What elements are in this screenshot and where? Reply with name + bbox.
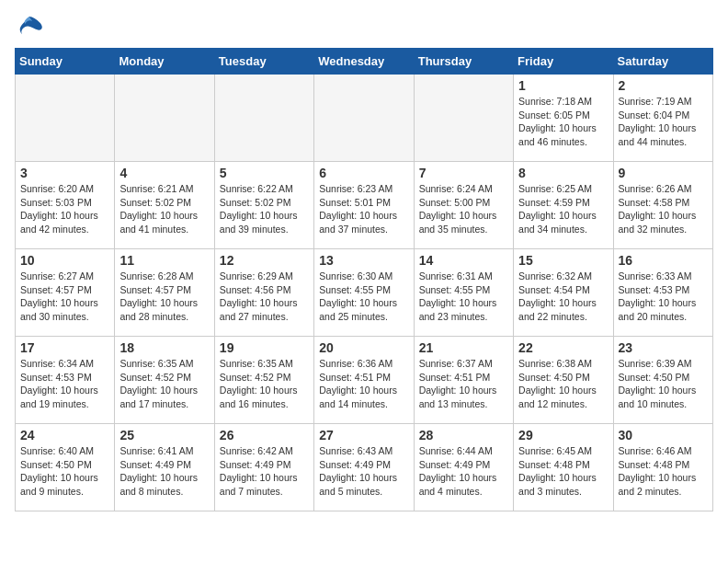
calendar-cell: 29Sunrise: 6:45 AM Sunset: 4:48 PM Dayli… xyxy=(514,424,613,511)
day-number: 22 xyxy=(518,340,608,355)
day-number: 27 xyxy=(319,428,408,442)
day-number: 2 xyxy=(619,78,708,93)
day-info: Sunrise: 6:35 AM Sunset: 4:52 PM Dayligh… xyxy=(119,357,209,411)
calendar-cell: 24Sunrise: 6:40 AM Sunset: 4:50 PM Dayli… xyxy=(16,424,115,511)
calendar-cell: 16Sunrise: 6:33 AM Sunset: 4:53 PM Dayli… xyxy=(613,249,712,337)
day-header-saturday: Saturday xyxy=(613,49,712,75)
day-number: 1 xyxy=(518,78,608,93)
calendar-cell: 2Sunrise: 7:19 AM Sunset: 6:04 PM Daylig… xyxy=(613,75,712,162)
day-number: 30 xyxy=(619,428,708,442)
day-info: Sunrise: 6:43 AM Sunset: 4:49 PM Dayligh… xyxy=(319,444,408,499)
calendar-cell: 10Sunrise: 6:27 AM Sunset: 4:57 PM Dayli… xyxy=(16,249,115,337)
calendar-cell: 13Sunrise: 6:30 AM Sunset: 4:55 PM Dayli… xyxy=(314,249,414,337)
day-info: Sunrise: 6:40 AM Sunset: 4:50 PM Dayligh… xyxy=(20,444,109,499)
day-info: Sunrise: 6:33 AM Sunset: 4:53 PM Dayligh… xyxy=(619,270,708,324)
calendar-cell xyxy=(115,75,214,162)
calendar-cell: 7Sunrise: 6:24 AM Sunset: 5:00 PM Daylig… xyxy=(414,162,513,249)
calendar-cell: 14Sunrise: 6:31 AM Sunset: 4:55 PM Dayli… xyxy=(414,249,513,337)
day-number: 5 xyxy=(220,166,309,180)
day-number: 18 xyxy=(119,340,209,355)
calendar-cell: 25Sunrise: 6:41 AM Sunset: 4:49 PM Dayli… xyxy=(115,424,214,511)
calendar-cell: 9Sunrise: 6:26 AM Sunset: 4:58 PM Daylig… xyxy=(613,162,712,249)
day-info: Sunrise: 6:45 AM Sunset: 4:48 PM Dayligh… xyxy=(518,444,608,499)
day-number: 13 xyxy=(319,253,408,268)
calendar-cell: 17Sunrise: 6:34 AM Sunset: 4:53 PM Dayli… xyxy=(16,337,115,424)
calendar-cell: 30Sunrise: 6:46 AM Sunset: 4:48 PM Dayli… xyxy=(613,424,712,511)
day-header-wednesday: Wednesday xyxy=(314,49,414,75)
day-header-sunday: Sunday xyxy=(16,49,115,75)
calendar-cell: 26Sunrise: 6:42 AM Sunset: 4:49 PM Dayli… xyxy=(214,424,313,511)
day-header-monday: Monday xyxy=(115,49,214,75)
logo xyxy=(15,15,48,40)
calendar-cell: 28Sunrise: 6:44 AM Sunset: 4:49 PM Dayli… xyxy=(414,424,513,511)
day-number: 8 xyxy=(518,166,608,180)
day-info: Sunrise: 6:31 AM Sunset: 4:55 PM Dayligh… xyxy=(419,270,508,324)
day-info: Sunrise: 6:35 AM Sunset: 4:52 PM Dayligh… xyxy=(220,357,309,411)
week-row-3: 10Sunrise: 6:27 AM Sunset: 4:57 PM Dayli… xyxy=(16,249,713,337)
header xyxy=(15,15,713,40)
day-number: 3 xyxy=(20,166,109,180)
calendar-cell: 15Sunrise: 6:32 AM Sunset: 4:54 PM Dayli… xyxy=(514,249,613,337)
calendar-cell xyxy=(314,75,414,162)
day-info: Sunrise: 6:44 AM Sunset: 4:49 PM Dayligh… xyxy=(419,444,508,499)
day-number: 21 xyxy=(419,340,508,355)
day-number: 11 xyxy=(119,253,209,268)
day-number: 23 xyxy=(619,340,708,355)
day-number: 10 xyxy=(20,253,109,268)
day-info: Sunrise: 6:42 AM Sunset: 4:49 PM Dayligh… xyxy=(220,444,309,499)
calendar-cell: 18Sunrise: 6:35 AM Sunset: 4:52 PM Dayli… xyxy=(115,337,214,424)
calendar-cell: 8Sunrise: 6:25 AM Sunset: 4:59 PM Daylig… xyxy=(514,162,613,249)
day-info: Sunrise: 6:37 AM Sunset: 4:51 PM Dayligh… xyxy=(419,357,508,411)
calendar-cell: 6Sunrise: 6:23 AM Sunset: 5:01 PM Daylig… xyxy=(314,162,414,249)
day-info: Sunrise: 6:38 AM Sunset: 4:50 PM Dayligh… xyxy=(518,357,608,411)
calendar-cell: 23Sunrise: 6:39 AM Sunset: 4:50 PM Dayli… xyxy=(613,337,712,424)
calendar-cell: 11Sunrise: 6:28 AM Sunset: 4:57 PM Dayli… xyxy=(115,249,214,337)
calendar-cell xyxy=(214,75,313,162)
day-info: Sunrise: 6:24 AM Sunset: 5:00 PM Dayligh… xyxy=(419,182,508,236)
day-info: Sunrise: 6:22 AM Sunset: 5:02 PM Dayligh… xyxy=(220,182,309,236)
calendar-cell: 21Sunrise: 6:37 AM Sunset: 4:51 PM Dayli… xyxy=(414,337,513,424)
day-info: Sunrise: 6:29 AM Sunset: 4:56 PM Dayligh… xyxy=(220,270,309,324)
day-info: Sunrise: 6:30 AM Sunset: 4:55 PM Dayligh… xyxy=(319,270,408,324)
calendar-cell: 3Sunrise: 6:20 AM Sunset: 5:03 PM Daylig… xyxy=(16,162,115,249)
calendar-cell xyxy=(414,75,513,162)
day-number: 19 xyxy=(220,340,309,355)
day-number: 9 xyxy=(619,166,708,180)
day-number: 14 xyxy=(419,253,508,268)
week-row-5: 24Sunrise: 6:40 AM Sunset: 4:50 PM Dayli… xyxy=(16,424,713,511)
week-row-1: 1Sunrise: 7:18 AM Sunset: 6:05 PM Daylig… xyxy=(16,75,713,162)
day-info: Sunrise: 7:18 AM Sunset: 6:05 PM Dayligh… xyxy=(518,95,608,149)
week-row-2: 3Sunrise: 6:20 AM Sunset: 5:03 PM Daylig… xyxy=(16,162,713,249)
day-info: Sunrise: 6:26 AM Sunset: 4:58 PM Dayligh… xyxy=(619,182,708,236)
calendar-cell: 20Sunrise: 6:36 AM Sunset: 4:51 PM Dayli… xyxy=(314,337,414,424)
day-info: Sunrise: 6:20 AM Sunset: 5:03 PM Dayligh… xyxy=(20,182,109,236)
calendar-table: SundayMondayTuesdayWednesdayThursdayFrid… xyxy=(15,48,713,511)
day-info: Sunrise: 6:25 AM Sunset: 4:59 PM Dayligh… xyxy=(518,182,608,236)
day-info: Sunrise: 6:39 AM Sunset: 4:50 PM Dayligh… xyxy=(619,357,708,411)
calendar-cell: 27Sunrise: 6:43 AM Sunset: 4:49 PM Dayli… xyxy=(314,424,414,511)
day-info: Sunrise: 6:21 AM Sunset: 5:02 PM Dayligh… xyxy=(119,182,209,236)
calendar-cell: 1Sunrise: 7:18 AM Sunset: 6:05 PM Daylig… xyxy=(514,75,613,162)
day-number: 29 xyxy=(518,428,608,442)
day-number: 20 xyxy=(319,340,408,355)
day-number: 28 xyxy=(419,428,508,442)
day-number: 12 xyxy=(220,253,309,268)
day-number: 17 xyxy=(20,340,109,355)
day-info: Sunrise: 6:36 AM Sunset: 4:51 PM Dayligh… xyxy=(319,357,408,411)
day-info: Sunrise: 6:34 AM Sunset: 4:53 PM Dayligh… xyxy=(20,357,109,411)
day-number: 24 xyxy=(20,428,109,442)
day-number: 6 xyxy=(319,166,408,180)
day-number: 4 xyxy=(119,166,209,180)
day-info: Sunrise: 6:23 AM Sunset: 5:01 PM Dayligh… xyxy=(319,182,408,236)
calendar-cell: 4Sunrise: 6:21 AM Sunset: 5:02 PM Daylig… xyxy=(115,162,214,249)
day-info: Sunrise: 7:19 AM Sunset: 6:04 PM Dayligh… xyxy=(619,95,708,149)
calendar-cell: 22Sunrise: 6:38 AM Sunset: 4:50 PM Dayli… xyxy=(514,337,613,424)
day-number: 7 xyxy=(419,166,508,180)
day-info: Sunrise: 6:27 AM Sunset: 4:57 PM Dayligh… xyxy=(20,270,109,324)
week-row-4: 17Sunrise: 6:34 AM Sunset: 4:53 PM Dayli… xyxy=(16,337,713,424)
day-info: Sunrise: 6:32 AM Sunset: 4:54 PM Dayligh… xyxy=(518,270,608,324)
day-number: 26 xyxy=(220,428,309,442)
day-info: Sunrise: 6:46 AM Sunset: 4:48 PM Dayligh… xyxy=(619,444,708,499)
calendar-cell: 12Sunrise: 6:29 AM Sunset: 4:56 PM Dayli… xyxy=(214,249,313,337)
calendar-cell: 5Sunrise: 6:22 AM Sunset: 5:02 PM Daylig… xyxy=(214,162,313,249)
